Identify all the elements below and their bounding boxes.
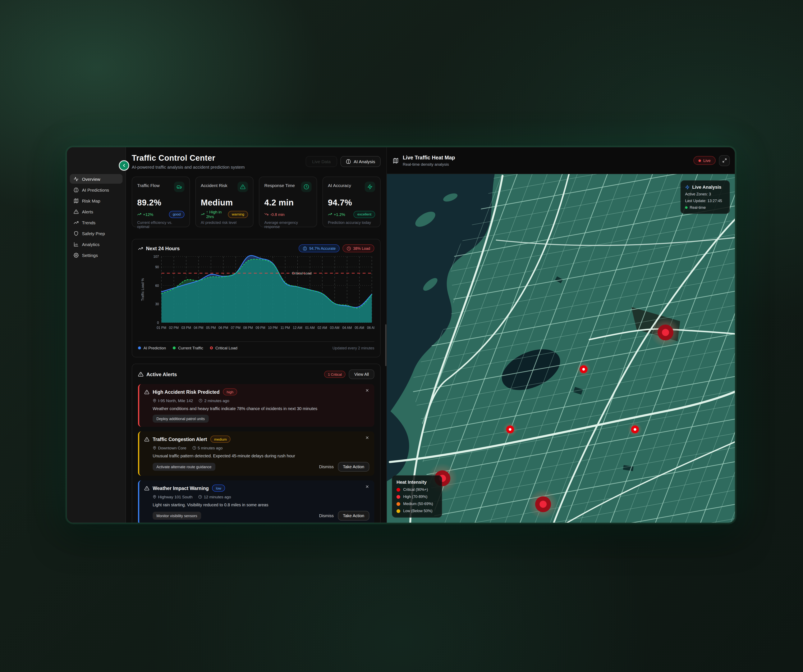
legend-item-current-traffic: Current Traffic [173,346,203,350]
stat-card-response-time: Response Time4.2 min-0.8 minAverage emer… [259,177,317,227]
alert-time: 2 minutes ago [199,399,229,403]
sidebar-item-analytics[interactable]: Analytics [70,239,122,249]
heat-hotspot-small[interactable] [626,420,644,439]
sidebar: OverviewAI PredictionsRisk MapAlertsTren… [67,147,126,522]
alert-triangle-icon [73,209,79,214]
alert-location: Highway 101 South [153,495,193,499]
live-analysis-overlay: Live Analysis Active Zones: 3 Last Updat… [681,181,730,214]
alert-action-chip[interactable]: Activate alternate route guidance [153,463,215,471]
svg-text:08 PM: 08 PM [243,326,253,330]
stat-label: Response Time [264,183,295,188]
trend-indicator: -0.8 min [264,212,284,216]
stat-label: AI Accuracy [328,183,351,188]
trend-indicator: ↑ High in 2hrs [201,210,228,219]
heat-hotspot-large[interactable] [646,313,685,352]
brain-icon [303,246,307,251]
zap-icon [685,185,690,189]
chart-header: Next 24 Hours 94.7% Accurate 38% Load [138,244,374,252]
legend-item-ai-prediction: AI Prediction [138,346,166,350]
close-icon[interactable] [365,436,369,440]
brain-icon [346,159,351,164]
sidebar-item-label: Trends [82,220,96,225]
take-action-button[interactable]: Take Action [338,511,369,521]
forecast-chart-panel: Next 24 Hours 94.7% Accurate 38% Load 03 [132,239,380,357]
svg-text:06 AM: 06 AM [367,326,374,330]
stat-value: 4.2 min [264,198,312,208]
map-title-group: Live Traffic Heat Map Real-time density … [393,155,455,166]
header-actions: Live Data AI Analysis [306,156,380,167]
realtime-status: Real-time [685,205,725,210]
trending-up-icon [138,246,143,251]
heat-hotspot-large[interactable] [524,485,562,522]
close-icon[interactable] [365,388,369,392]
map-canvas[interactable]: Live Analysis Active Zones: 3 Last Updat… [387,174,735,522]
ai-analysis-button[interactable]: AI Analysis [340,156,380,167]
dismiss-button[interactable]: Dismiss [319,464,334,469]
shield-icon [73,231,79,236]
svg-text:06 PM: 06 PM [218,326,228,330]
alert-title: Weather Impact Warning [153,486,209,491]
zap-icon [365,182,375,192]
sidebar-item-label: Risk Map [82,198,100,203]
sidebar-item-label: AI Predictions [82,187,109,192]
clock-icon [347,246,351,251]
map-icon [393,158,398,163]
trend-indicator: +12% [137,212,153,216]
heat-dot-icon [397,495,400,499]
svg-text:05 PM: 05 PM [206,326,216,330]
stat-description: Average emergency response [264,221,312,229]
sidebar-item-alerts[interactable]: Alerts [70,207,122,216]
sidebar-item-trends[interactable]: Trends [70,218,122,227]
map-title: Live Traffic Heat Map [403,155,455,161]
sidebar-item-risk-map[interactable]: Risk Map [70,196,122,205]
svg-text:Critical Load: Critical Load [292,271,312,275]
green-dot-icon [685,206,688,209]
heat-dot-icon [397,488,400,491]
alerts-title-group: Active Alerts [138,371,177,377]
bar-chart-icon [73,242,79,247]
dismiss-button[interactable]: Dismiss [319,513,334,518]
active-zones-text: Active Zones: 3 [685,192,725,196]
live-data-button[interactable]: Live Data [306,156,337,167]
sidebar-item-ai-predictions[interactable]: AI Predictions [70,185,122,195]
expand-map-button[interactable] [719,155,730,166]
sidebar-item-label: Safety Prep [82,231,105,236]
take-action-button[interactable]: Take Action [338,462,369,472]
svg-text:0: 0 [157,321,159,324]
gear-icon [73,252,79,257]
svg-text:Traffic Load %: Traffic Load % [141,278,145,301]
svg-text:11 PM: 11 PM [280,326,290,330]
status-badge: warning [228,211,248,218]
sidebar-item-settings[interactable]: Settings [70,250,122,260]
stat-value: 89.2% [137,198,184,208]
severity-badge: low [212,485,225,491]
map-icon [73,198,79,203]
svg-text:01 AM: 01 AM [305,326,314,330]
stat-value: Medium [201,198,248,208]
sidebar-item-label: Settings [82,252,98,257]
svg-text:05 AM: 05 AM [355,326,364,330]
load-badge: 38% Load [343,244,374,252]
heat-hotspot-small[interactable] [501,420,519,439]
activity-icon [73,176,79,181]
alert-action-chip[interactable]: Deploy additional patrol units [153,415,208,423]
svg-text:07 PM: 07 PM [231,326,241,330]
sidebar-item-safety-prep[interactable]: Safety Prep [70,228,122,238]
svg-text:60: 60 [155,284,159,288]
sidebar-collapse-button[interactable] [119,160,129,171]
sidebar-item-label: Overview [82,176,100,181]
svg-text:04 AM: 04 AM [342,326,352,330]
alert-action-chip[interactable]: Monitor visibility sensors [153,512,201,520]
svg-text:10 PM: 10 PM [268,326,278,330]
alerts-header: Active Alerts 1 Critical View All [138,369,374,379]
alert-card-low: Weather Impact WarninglowHighway 101 Sou… [138,480,374,523]
traffic-dashboard-window: OverviewAI PredictionsRisk MapAlertsTren… [67,147,735,523]
close-icon[interactable] [365,485,369,489]
sidebar-item-label: Alerts [82,209,93,214]
view-all-button[interactable]: View All [349,369,374,379]
brain-icon [73,187,79,192]
heat-hotspot-small[interactable] [574,360,593,379]
sidebar-item-overview[interactable]: Overview [70,174,122,184]
svg-text:12 AM: 12 AM [293,326,302,330]
alert-description: Unusual traffic pattern detected. Expect… [153,454,369,458]
